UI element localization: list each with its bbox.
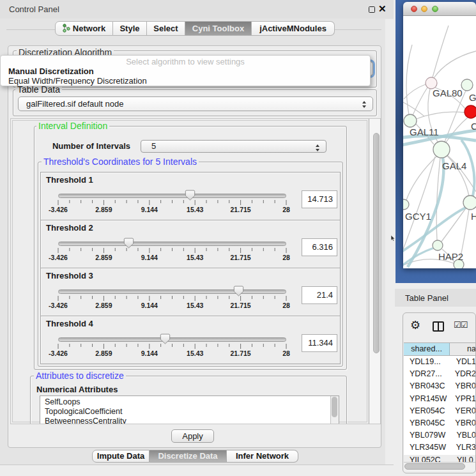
table-row[interactable]: YPR145WYPR1	[404, 393, 476, 405]
number-of-intervals-spinner[interactable]: 5	[141, 140, 326, 153]
network-window-titlebar	[403, 2, 476, 16]
tab-network[interactable]: Network	[55, 21, 113, 36]
table-row[interactable]: YLR345WYLR3	[404, 441, 476, 454]
attributes-list-scrollbar-thumb[interactable]	[332, 397, 337, 417]
table-data-combobox[interactable]: galFiltered.sif default node	[18, 96, 373, 111]
tab-cyni-toolbox[interactable]: Cyni Toolbox	[185, 21, 252, 36]
threshold-value-3[interactable]: 21.4	[302, 286, 337, 304]
slider-thumb-1[interactable]	[185, 190, 196, 201]
close-traffic-light[interactable]	[411, 6, 417, 12]
threshold-row-4: Threshold 4-3.4262.8599.14415.4321.71528…	[40, 316, 341, 364]
tick-label: -3.426	[49, 349, 68, 357]
slider-thumb-2[interactable]	[123, 238, 134, 249]
network-node[interactable]	[463, 196, 476, 210]
tick-label: 9.144	[141, 349, 158, 357]
network-node[interactable]	[433, 141, 450, 158]
table-hscrollbar-thumb[interactable]	[404, 463, 465, 470]
network-node[interactable]	[404, 114, 417, 127]
algorithm-dropdown-popup: Select algorithm to view settings Manual…	[0, 55, 371, 86]
table-header: shared... na	[404, 342, 476, 356]
table-rows: YDL19...YDL1YDR27...YDR2YBR043CYBR0YPR14…	[404, 356, 476, 455]
tab-baseline-left	[6, 29, 55, 30]
attributes-group-label: Attributes to discretize	[34, 371, 126, 380]
network-node[interactable]	[461, 79, 473, 91]
slider-thumb-3[interactable]	[233, 286, 244, 296]
slider-ticks-1	[41, 200, 341, 206]
table-row[interactable]: YDR27...YDR2	[404, 368, 476, 380]
split-columns-icon[interactable]	[433, 321, 444, 332]
column-header-shared-name[interactable]: shared...	[404, 343, 450, 355]
bottom-tab-discretize-data[interactable]: Discretize Data	[150, 450, 227, 463]
close-icon[interactable]: ✕	[378, 3, 387, 15]
network-view-window: GAL80GAGAL11CGAL4GCY1HHAP2	[403, 2, 476, 268]
network-edge[interactable]	[413, 88, 427, 115]
network-node[interactable]	[464, 105, 476, 118]
network-node[interactable]	[403, 199, 409, 210]
cell-shared-name: YDL19...	[404, 356, 452, 368]
cell-name: YBR0	[451, 417, 476, 429]
network-node-label: H	[471, 211, 476, 222]
table-row[interactable]: YBL079WYBL0	[404, 429, 476, 441]
cell-shared-name: YBL079W	[404, 429, 452, 441]
attribute-item[interactable]: TopologicalCoefficient	[45, 407, 122, 417]
numerical-attributes-list[interactable]: SelfLoopsTopologicalCoefficientBetweenne…	[40, 395, 339, 424]
table-row[interactable]: YBR043CYBR0	[404, 380, 476, 392]
threshold-value-2[interactable]: 6.316	[302, 238, 337, 256]
column-header-name[interactable]: na	[450, 343, 476, 355]
threshold-value-1[interactable]: 14.713	[302, 190, 337, 208]
cell-name: YLR3	[452, 441, 476, 454]
slider-thumb-4[interactable]	[160, 334, 171, 344]
cell-name: YPR1	[451, 393, 476, 405]
network-canvas[interactable]: GAL80GAGAL11CGAL4GCY1HHAP2	[403, 16, 476, 268]
tab-jactivemnodules[interactable]: jActiveMNodules	[252, 21, 335, 36]
table-row[interactable]: YDL19...YDL1	[404, 356, 476, 368]
combo-arrows-icon	[362, 100, 367, 109]
bottom-tab-impute-data[interactable]: Impute Data	[92, 450, 150, 463]
float-window-icon[interactable]	[369, 6, 375, 13]
cell-shared-name: YER054C	[404, 405, 451, 417]
slider-track-2[interactable]	[58, 242, 286, 246]
network-edge[interactable]	[403, 102, 424, 116]
network-edge[interactable]	[406, 157, 436, 200]
cell-name: YBR0	[451, 380, 476, 392]
numerical-attributes-label: Numerical Attributes	[36, 385, 118, 394]
zoom-traffic-light[interactable]	[432, 6, 438, 12]
slider-track-4[interactable]	[58, 337, 286, 342]
attribute-item[interactable]: SelfLoops	[45, 397, 81, 407]
threshold-value-4[interactable]: 11.344	[302, 334, 337, 352]
threshold-coordinates-label: Threshold's Coordinates for 5 Intervals	[42, 157, 199, 166]
popup-hint-item[interactable]: Select algorithm to view settings	[1, 57, 370, 66]
tick-label: 2.859	[95, 206, 112, 213]
tick-label: 21.715	[231, 302, 251, 309]
attribute-item[interactable]: BetweennessCentrality	[45, 417, 127, 424]
attributes-list-scrollbar[interactable]	[330, 396, 339, 424]
window-bottom-edge	[0, 464, 394, 465]
minimize-traffic-light[interactable]	[421, 6, 427, 12]
tick-label: 15.43	[187, 254, 203, 261]
tick-label: -3.426	[49, 302, 68, 309]
tab-style[interactable]: Style	[113, 21, 147, 36]
table-data-label: Table Data	[15, 85, 62, 94]
select-columns-icon[interactable]: ☑☑	[454, 320, 467, 330]
popup-item-manual-discretization[interactable]: Manual Discretization	[8, 66, 94, 76]
gear-icon[interactable]: ⚙	[410, 318, 420, 332]
table-horizontal-scrollbar[interactable]	[404, 462, 476, 471]
table-row[interactable]: YBR045CYBR0	[404, 417, 476, 429]
network-node[interactable]	[433, 240, 443, 250]
apply-button[interactable]: Apply	[171, 429, 214, 443]
tab-select[interactable]: Select	[147, 21, 185, 36]
network-edge[interactable]	[434, 51, 476, 78]
slider-ticks-2	[41, 248, 341, 254]
tick-label: 2.859	[95, 254, 112, 261]
settings-vertical-scrollbar[interactable]	[369, 119, 380, 424]
popup-item-equal-width[interactable]: Equal Width/Frequency Discretization	[8, 76, 147, 86]
bottom-tab-infer-network[interactable]: Infer Network	[227, 450, 298, 463]
settings-scrollbar-thumb[interactable]	[373, 133, 380, 353]
control-panel-title: Control Panel	[9, 4, 59, 14]
table-row[interactable]: YER054CYER0	[404, 405, 476, 417]
threshold-title-1: Threshold 1	[46, 175, 93, 185]
slider-track-1[interactable]	[58, 194, 286, 198]
slider-track-3[interactable]	[58, 289, 286, 294]
tick-label: -3.426	[49, 206, 68, 213]
threshold-row-2: Threshold 2-3.4262.8599.14415.4321.71528…	[40, 220, 341, 268]
